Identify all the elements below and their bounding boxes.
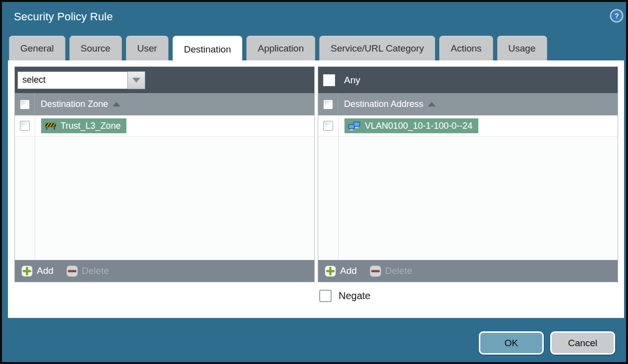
destination-address-panel: Any Destination Address — [318, 66, 618, 282]
zone-delete-button[interactable]: Delete — [66, 265, 109, 277]
zone-column-header: Destination Zone — [15, 93, 314, 115]
zone-column-title[interactable]: Destination Zone — [41, 99, 120, 109]
table-row: Trust_L3_Zone — [15, 115, 314, 137]
dialog-title: Security Policy Rule — [14, 10, 113, 23]
address-icon — [348, 121, 361, 131]
negate-checkbox[interactable] — [319, 290, 332, 302]
destination-tab-content: Destination Zone — [8, 60, 624, 318]
zone-list: Trust_L3_Zone — [15, 115, 314, 260]
address-delete-button[interactable]: Delete — [370, 265, 412, 277]
add-plus-icon — [325, 265, 336, 277]
delete-minus-icon — [370, 265, 381, 277]
address-column-header: Destination Address — [318, 93, 618, 115]
address-add-button[interactable]: Add — [325, 265, 357, 277]
zone-icon — [45, 122, 57, 130]
address-row-checkbox[interactable] — [323, 121, 333, 131]
add-plus-icon — [21, 265, 33, 277]
negate-option: Negate — [319, 290, 371, 302]
zone-select-input[interactable] — [17, 71, 127, 89]
ok-button[interactable]: OK — [479, 331, 544, 355]
address-list: VLAN0100_10-1-100-0--24 — [318, 115, 618, 260]
security-policy-rule-dialog: Security Policy Rule ? General Source Us… — [0, 0, 628, 364]
address-entry-chip[interactable]: VLAN0100_10-1-100-0--24 — [344, 118, 478, 133]
zone-delete-label: Delete — [82, 265, 109, 276]
tab-service-url-category[interactable]: Service/URL Category — [319, 36, 435, 60]
zone-entry-label: Trust_L3_Zone — [60, 121, 120, 131]
zone-select-dropdown — [17, 71, 145, 89]
destination-zone-panel: Destination Zone — [14, 66, 315, 282]
negate-label: Negate — [339, 290, 371, 302]
any-label: Any — [344, 75, 360, 86]
tab-application[interactable]: Application — [246, 36, 315, 60]
zone-row-checkbox-cell — [15, 115, 35, 136]
address-delete-label: Delete — [385, 265, 412, 276]
zone-select-dropdown-button[interactable] — [127, 71, 145, 89]
zone-entry-chip[interactable]: Trust_L3_Zone — [41, 118, 126, 133]
zone-filter-band — [15, 67, 314, 93]
cancel-button[interactable]: Cancel — [550, 331, 615, 355]
tab-general[interactable]: General — [9, 36, 65, 60]
zone-select-all-checkbox[interactable] — [20, 100, 30, 109]
address-add-label: Add — [340, 265, 357, 276]
zone-add-button[interactable]: Add — [21, 265, 54, 277]
dropdown-arrow-icon — [132, 78, 140, 83]
any-checkbox[interactable] — [323, 74, 335, 86]
zone-add-label: Add — [37, 265, 54, 276]
zone-header-checkbox-cell — [15, 93, 35, 115]
svg-text:?: ? — [614, 11, 619, 20]
tab-bar: General Source User Destination Applicat… — [9, 36, 547, 60]
tab-source[interactable]: Source — [69, 36, 122, 60]
tab-user[interactable]: User — [126, 36, 169, 60]
zone-toolbar: Add Delete — [15, 260, 314, 282]
tab-actions[interactable]: Actions — [439, 36, 493, 60]
address-any-band: Any — [318, 67, 618, 93]
address-select-all-checkbox[interactable] — [323, 100, 333, 109]
table-row: VLAN0100_10-1-100-0--24 — [318, 115, 618, 137]
zone-column-label: Destination Zone — [41, 99, 108, 109]
help-icon[interactable]: ? — [610, 9, 624, 23]
sort-ascending-icon — [428, 102, 436, 106]
address-column-label: Destination Address — [344, 99, 423, 109]
address-entry-label: VLAN0100_10-1-100-0--24 — [365, 121, 472, 131]
zone-row-checkbox[interactable] — [20, 121, 30, 131]
tab-destination[interactable]: Destination — [172, 36, 242, 62]
address-toolbar: Add Delete — [318, 260, 618, 282]
tab-usage[interactable]: Usage — [497, 36, 547, 60]
address-column-title[interactable]: Destination Address — [344, 99, 436, 109]
sort-ascending-icon — [113, 102, 120, 106]
address-row-checkbox-cell — [318, 115, 338, 136]
address-header-checkbox-cell — [318, 93, 338, 115]
delete-minus-icon — [66, 265, 78, 277]
